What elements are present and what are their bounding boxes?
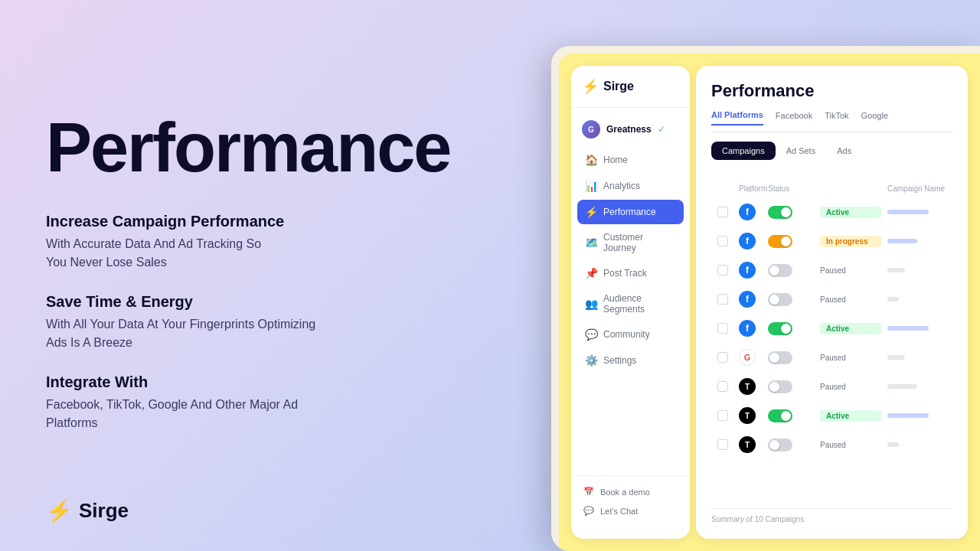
- right-panel: ⚡ Sirge G Greatness ✓ 🏠 Home 📊 Analytic: [536, 0, 980, 551]
- device-inner: ⚡ Sirge G Greatness ✓ 🏠 Home 📊 Analytic: [559, 54, 980, 551]
- lets-chat-button[interactable]: 💬 Let's Chat: [580, 501, 681, 520]
- col-status: Status: [768, 184, 814, 193]
- sidebar-item-settings[interactable]: ⚙️ Settings: [577, 348, 684, 373]
- sidebar-item-analytics-label: Analytics: [603, 181, 640, 191]
- book-demo-label: Book a demo: [600, 487, 650, 497]
- sidebar-item-analytics[interactable]: 📊 Analytics: [577, 174, 684, 198]
- status-badge: Paused: [820, 266, 881, 275]
- feature-1-desc: With Accurate Data And Ad Tracking So Yo…: [46, 235, 536, 272]
- book-demo-button[interactable]: 📅 Book a demo: [580, 482, 681, 501]
- table-row[interactable]: f Paused: [711, 257, 952, 283]
- sidebar-item-community-label: Community: [603, 329, 650, 340]
- table-row[interactable]: T Paused: [711, 432, 952, 458]
- sidebar-item-post-track[interactable]: 📌 Post Track: [577, 261, 684, 285]
- campaign-name-bar: [887, 268, 905, 272]
- tab-facebook[interactable]: Facebook: [776, 111, 812, 125]
- campaigns-table: f Active f In progress: [711, 199, 952, 502]
- campaign-name-bar: [887, 355, 905, 360]
- row-checkbox[interactable]: [717, 410, 728, 421]
- tab-tiktok[interactable]: TikTok: [825, 111, 848, 125]
- col-campaign-name: Campaign Name: [887, 184, 946, 193]
- sidebar-item-audience[interactable]: 👥 Audience Segments: [577, 287, 684, 321]
- tab-all-platforms[interactable]: All Platforms: [711, 110, 763, 126]
- tab-campaigns[interactable]: Campaigns: [711, 142, 776, 160]
- platform-icon-facebook: f: [739, 262, 756, 279]
- tab-ad-sets[interactable]: Ad Sets: [776, 142, 827, 160]
- toggle-switch[interactable]: [768, 439, 792, 452]
- platform-tabs: All Platforms Facebook TikTok Google: [711, 110, 952, 132]
- toggle-switch[interactable]: [768, 380, 792, 393]
- table-row[interactable]: G Paused: [711, 344, 952, 370]
- audience-icon: 👥: [585, 298, 597, 310]
- status-badge: Active: [820, 207, 881, 218]
- sidebar-logo: ⚡ Sirge: [571, 78, 690, 108]
- row-checkbox[interactable]: [717, 265, 728, 276]
- status-badge: Paused: [820, 295, 881, 304]
- sidebar-item-home-label: Home: [603, 155, 628, 165]
- workspace-avatar: G: [582, 120, 600, 139]
- sidebar-item-performance[interactable]: ⚡ Performance: [577, 200, 684, 224]
- sidebar-bolt-icon: ⚡: [582, 78, 599, 95]
- toggle-switch[interactable]: [768, 206, 792, 219]
- row-checkbox[interactable]: [717, 381, 728, 392]
- sidebar-logo-text: Sirge: [603, 80, 634, 93]
- lets-chat-label: Let's Chat: [600, 507, 638, 516]
- toggle-switch[interactable]: [768, 409, 792, 422]
- workspace-item[interactable]: G Greatness ✓: [571, 114, 690, 145]
- row-checkbox[interactable]: [717, 236, 728, 246]
- status-badge: Paused: [820, 354, 881, 362]
- table-row[interactable]: f Active: [711, 315, 952, 341]
- brand-logo: ⚡ Sirge: [46, 498, 129, 523]
- analytics-icon: 📊: [585, 180, 597, 192]
- row-checkbox[interactable]: [717, 323, 728, 334]
- home-icon: 🏠: [585, 154, 597, 166]
- workspace-name: Greatness: [606, 124, 652, 135]
- calendar-icon: 📅: [583, 487, 594, 497]
- table-row[interactable]: T Active: [711, 403, 952, 429]
- sidebar-item-settings-label: Settings: [603, 355, 636, 366]
- row-checkbox[interactable]: [717, 294, 728, 305]
- table-row[interactable]: f Paused: [711, 286, 952, 312]
- sidebar-item-community[interactable]: 💬 Community: [577, 322, 684, 347]
- sidebar-item-home[interactable]: 🏠 Home: [577, 148, 684, 172]
- posttrack-icon: 📌: [585, 267, 597, 279]
- status-badge: Paused: [820, 383, 881, 391]
- row-checkbox[interactable]: [717, 352, 728, 363]
- feature-3-title: Integrate With: [46, 373, 536, 391]
- col-toggle: [820, 184, 881, 193]
- platform-icon-tiktok: T: [739, 436, 756, 453]
- row-checkbox[interactable]: [717, 439, 728, 450]
- sidebar-item-customer-journey[interactable]: 🗺️ Customer Journey: [577, 226, 684, 259]
- table-row[interactable]: f In progress: [711, 228, 952, 254]
- community-icon: 💬: [585, 328, 597, 341]
- toggle-switch[interactable]: [768, 322, 792, 335]
- view-tabs: Campaigns Ad Sets Ads: [711, 142, 952, 160]
- tab-google[interactable]: Google: [861, 111, 888, 125]
- campaign-name-bar: [887, 326, 929, 331]
- campaign-name-bar: [887, 239, 917, 243]
- feature-1: Increase Campaign Performance With Accur…: [46, 213, 536, 272]
- campaign-name-bar: [887, 210, 929, 214]
- feature-2-desc: With All Your Data At Your Fingerprints …: [46, 315, 536, 352]
- sidebar-item-performance-label: Performance: [603, 207, 656, 217]
- brand-name: Sirge: [79, 499, 129, 523]
- table-row[interactable]: f Active: [711, 199, 952, 225]
- chat-icon: 💬: [583, 506, 594, 516]
- toggle-switch[interactable]: [768, 235, 792, 248]
- main-content-title: Performance: [711, 81, 952, 101]
- tab-ads[interactable]: Ads: [826, 142, 862, 160]
- settings-icon: ⚙️: [585, 354, 597, 367]
- device-frame: ⚡ Sirge G Greatness ✓ 🏠 Home 📊 Analytic: [551, 46, 980, 551]
- main-header: Performance All Platforms Facebook TikTo…: [711, 81, 952, 169]
- platform-icon-tiktok: T: [739, 407, 756, 424]
- table-row[interactable]: T Paused: [711, 373, 952, 399]
- sidebar-item-journey-label: Customer Journey: [603, 232, 676, 253]
- toggle-switch[interactable]: [768, 293, 792, 306]
- row-checkbox[interactable]: [717, 207, 728, 217]
- platform-icon-facebook: f: [739, 320, 756, 337]
- sidebar-item-posttrack-label: Post Track: [603, 268, 647, 279]
- toggle-switch[interactable]: [768, 351, 792, 364]
- toggle-switch[interactable]: [768, 264, 792, 277]
- bolt-icon: ⚡: [46, 498, 73, 523]
- status-badge: In progress: [820, 236, 881, 247]
